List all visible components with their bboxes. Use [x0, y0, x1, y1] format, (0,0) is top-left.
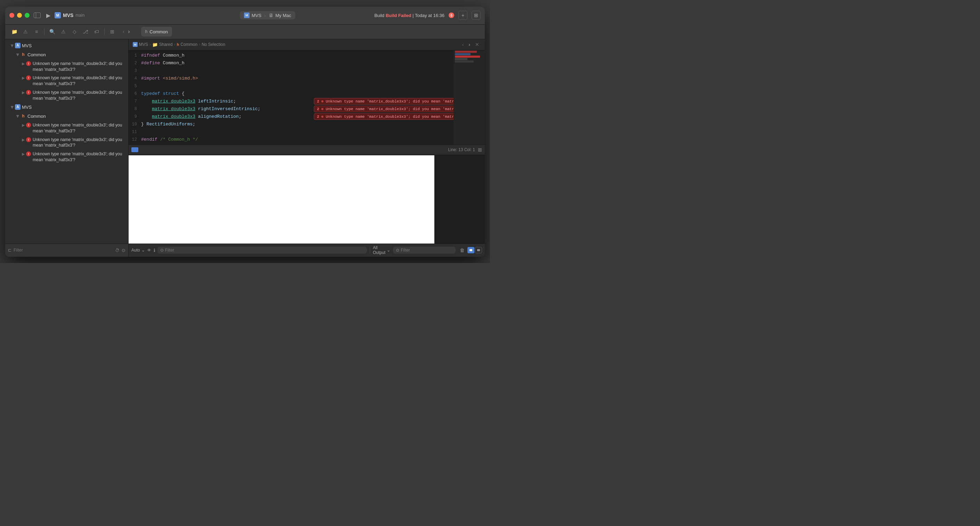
- run-button[interactable]: ▶: [46, 12, 50, 19]
- minimize-button[interactable]: [17, 13, 22, 18]
- filter-input[interactable]: [14, 248, 113, 253]
- breadcrumb-noselection: No Selection: [202, 42, 225, 47]
- auto-badge[interactable]: Auto ⌄: [131, 248, 145, 253]
- main-content: ▶ A MVS ▶ h Common ▶ ! Unknown type name…: [5, 39, 485, 257]
- sidebar-toggle[interactable]: [34, 13, 41, 18]
- diamond-tool[interactable]: ◇: [70, 27, 79, 37]
- line-num-1: 1: [129, 52, 141, 59]
- error-text-3: Unknown type name 'matrix_double3x3'; di…: [33, 88, 126, 102]
- tab-icon: h: [145, 29, 148, 34]
- snapshot-icon[interactable]: ⊙: [122, 248, 126, 253]
- error-item-4[interactable]: ▶ ! Unknown type name 'matrix_double3x3'…: [5, 120, 128, 135]
- all-output-selector[interactable]: All Output ⌄: [373, 245, 390, 255]
- forward-nav[interactable]: ›: [467, 42, 472, 47]
- sidebar-item-common-2[interactable]: ▶ h Common: [5, 111, 128, 120]
- build-status: Build Build Failed | Today at 16:36: [374, 13, 444, 18]
- list-tool[interactable]: ≡: [32, 27, 41, 37]
- code-line-9: 9 matrix_double3x3 alignedRotation; 2 ⊗ …: [129, 113, 485, 121]
- mac-icon: 🖥: [269, 13, 274, 18]
- common-label-2: Common: [27, 112, 126, 119]
- debug-filter-input[interactable]: [165, 248, 364, 253]
- line-content-7: matrix_double3x3 leftIntrinsic;: [141, 98, 314, 105]
- code-line-11: 11: [129, 128, 485, 136]
- build-section: Build Build Failed | Today at 16:36 6 + …: [339, 11, 480, 20]
- breadcrumb-mvs: M MVS: [133, 42, 148, 47]
- tag-tool[interactable]: 🏷: [92, 27, 102, 37]
- expand-arrow-err2: ▶: [22, 76, 25, 80]
- back-arrow[interactable]: ‹: [121, 29, 126, 35]
- error-item-5[interactable]: ▶ ! Unknown type name 'matrix_double3x3'…: [5, 135, 128, 149]
- sidebar: ▶ A MVS ▶ h Common ▶ ! Unknown type name…: [5, 39, 129, 257]
- search-tool[interactable]: 🔍: [47, 27, 57, 37]
- error-item-2[interactable]: ▶ ! Unknown type name 'matrix_double3x3'…: [5, 73, 128, 87]
- sidebar-item-mvs-1[interactable]: ▶ A MVS: [5, 41, 128, 50]
- expand-arrow-mvs2: ▶: [10, 106, 14, 108]
- code-line-3: 3: [129, 67, 485, 75]
- error-item-6[interactable]: ▶ ! Unknown type name 'matrix_double3x3'…: [5, 149, 128, 164]
- sep1: ›: [150, 42, 151, 47]
- editor-layout-btn[interactable]: ⊞: [478, 147, 482, 153]
- error-text-4: Unknown type name 'matrix_double3x3'; di…: [33, 121, 126, 134]
- eye-icon[interactable]: 👁: [147, 248, 151, 253]
- layout-btn-2[interactable]: [475, 247, 482, 253]
- forward-arrow[interactable]: ›: [127, 29, 131, 35]
- sidebar-item-mvs-2[interactable]: ▶ A MVS: [5, 102, 128, 111]
- error-icon-6: !: [26, 151, 31, 156]
- add-tab-button[interactable]: +: [458, 11, 468, 20]
- target-section: M MVS › 🖥 My Mac: [197, 11, 339, 19]
- error-badge: 6: [449, 13, 454, 18]
- layout-buttons: [468, 247, 482, 253]
- scheme-branch: main: [75, 13, 84, 18]
- code-line-6: 6 typedef struct {: [129, 90, 485, 98]
- back-nav[interactable]: ‹: [461, 42, 465, 47]
- line-num-10: 10: [129, 121, 141, 128]
- info-icon[interactable]: ℹ: [154, 248, 155, 253]
- output-filter-field: ⊙: [393, 247, 456, 254]
- close-button[interactable]: [10, 13, 14, 18]
- error-icon-2: !: [26, 75, 31, 80]
- error-icon-3: !: [26, 90, 31, 95]
- close-nav[interactable]: ✕: [474, 42, 480, 47]
- error-item-3[interactable]: ▶ ! Unknown type name 'matrix_double3x3'…: [5, 87, 128, 102]
- mvs-group-label-1: MVS: [22, 41, 126, 49]
- debug-variables-panel: [129, 155, 434, 243]
- alert-tool[interactable]: ⚠: [58, 27, 68, 37]
- sidebar-item-common-1[interactable]: ▶ h Common: [5, 50, 128, 59]
- layout-toggle-button[interactable]: ⊞: [472, 11, 480, 20]
- layout-btn-1[interactable]: [468, 247, 474, 253]
- output-filter-input[interactable]: [401, 248, 453, 253]
- warning-tool[interactable]: ⚠: [21, 27, 30, 37]
- branch-tool[interactable]: ⎇: [81, 27, 91, 37]
- error-text-6: Unknown type name 'matrix_double3x3'; di…: [33, 150, 126, 163]
- line-num-3: 3: [129, 67, 141, 74]
- scheme-icon: M: [54, 12, 61, 18]
- debug-console-panel: [434, 155, 485, 243]
- target-chip[interactable]: M MVS › 🖥 My Mac: [240, 11, 295, 19]
- main-window: ▶ M MVS main M MVS › 🖥 My Mac Build Buil…: [5, 6, 485, 257]
- cursor-position: Line: 13 Col: 1: [448, 147, 475, 152]
- clock-icon[interactable]: ⏱: [115, 248, 119, 253]
- code-editor[interactable]: 1 #ifndef Common_h 2 #define Common_h 3: [129, 50, 485, 145]
- status-bar: Line: 13 Col: 1 ⊞: [129, 145, 485, 155]
- trash-icon[interactable]: 🗑: [460, 247, 465, 253]
- separator: [44, 28, 45, 35]
- line-content-1: #ifndef Common_h: [141, 52, 485, 59]
- line-num-9: 9: [129, 113, 141, 120]
- folder-tool[interactable]: 📁: [10, 27, 19, 37]
- line-num-5: 5: [129, 83, 141, 90]
- header-icon: h: [21, 52, 26, 57]
- common-tab[interactable]: h Common: [141, 27, 172, 37]
- expand-arrow-common: ▶: [16, 53, 20, 56]
- all-output-label: All Output: [373, 245, 385, 255]
- app-icon: A: [15, 43, 21, 48]
- code-line-1: 1 #ifndef Common_h: [129, 52, 485, 59]
- error-item-1[interactable]: ▶ ! Unknown type name 'matrix_double3x3'…: [5, 59, 128, 73]
- expand-arrow: ▶: [10, 44, 14, 47]
- traffic-lights: [10, 13, 30, 18]
- grid-tool[interactable]: ⊞: [107, 27, 117, 37]
- line-content-2: #define Common_h: [141, 60, 485, 67]
- line-num-6: 6: [129, 91, 141, 97]
- maximize-button[interactable]: [25, 13, 30, 18]
- line-content-10: } RectifiedUniforms;: [141, 121, 485, 128]
- breadcrumb-common: h Common: [177, 42, 197, 47]
